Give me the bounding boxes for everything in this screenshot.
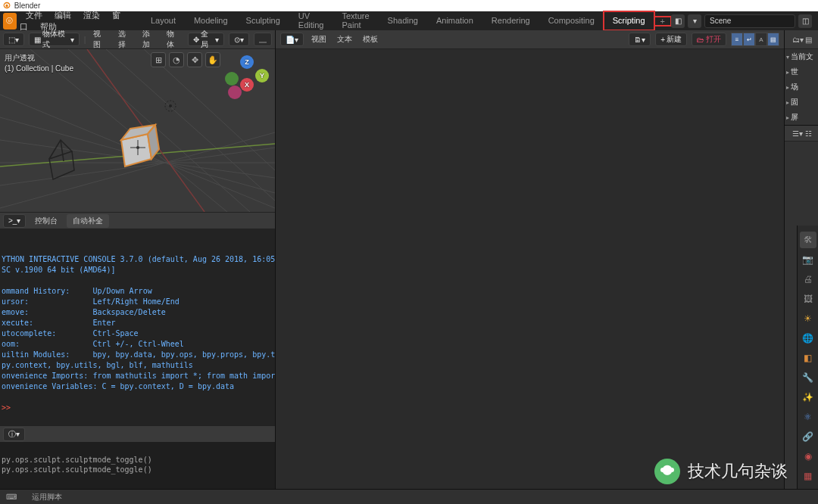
workspace-tab-sculpting[interactable]: Sculpting: [237, 11, 289, 30]
prop-tab-modifier[interactable]: 🔧: [800, 369, 816, 386]
gizmo-axis-neg[interactable]: [225, 72, 239, 86]
toggle-syntax-icon[interactable]: A: [755, 33, 767, 46]
viewport-menu-object[interactable]: 物体: [164, 30, 183, 50]
text-editor-body[interactable]: [276, 49, 784, 504]
workspace-tab-animation[interactable]: Animation: [427, 11, 482, 30]
python-console[interactable]: YTHON INTERACTIVE CONSOLE 3.7.0 (default…: [0, 229, 275, 425]
toggle-wordwrap-icon[interactable]: ↵: [743, 33, 755, 46]
prop-tab-texture[interactable]: ▦: [800, 468, 816, 484]
outliner-type-icon[interactable]: 🗂▾: [792, 36, 804, 44]
scene-layers-icon[interactable]: ◧: [671, 14, 685, 28]
menu-帮助[interactable]: 帮助: [34, 22, 63, 31]
prop-tab-viewlayer[interactable]: 🖼: [800, 291, 816, 307]
workspace-tab-modeling[interactable]: Modeling: [185, 11, 237, 30]
texteditor-menu-view[interactable]: 视图: [308, 34, 329, 45]
properties-header: ☰▾ ☷: [785, 125, 818, 142]
outliner-item-label: 场: [791, 82, 798, 92]
workspace-tab-layout[interactable]: Layout: [142, 11, 185, 30]
gizmo-axis-neg2[interactable]: [228, 86, 242, 99]
workspace-tab-uv-editing[interactable]: UV Editing: [289, 11, 333, 30]
prop-tab-render[interactable]: 📷: [800, 251, 816, 268]
pivot-select[interactable]: ⊙▾: [229, 33, 249, 46]
scene-browse-icon[interactable]: ◫: [798, 14, 812, 28]
orientation-label: 全局: [201, 30, 214, 50]
texteditor-menu-templates[interactable]: 模板: [360, 34, 381, 45]
toggle-linenumbers-icon[interactable]: ≡: [731, 33, 743, 46]
outliner-row-item[interactable]: ▸固: [785, 95, 818, 110]
viewport-overlay-label: 用户透视 (1) Collection | Cube: [5, 53, 73, 74]
work-area: ⬚▾ ▦ 物体模式 ▾ | 视图 选择 添加 物体 ✥ 全局 ▾ ⊙▾ ⸏: [0, 30, 818, 504]
gizmo-axis-z[interactable]: Z: [240, 55, 254, 69]
viewport-header-tools: ⊞ ◔ ✥ ✋: [151, 52, 220, 67]
toggle-margin-icon[interactable]: ▤: [767, 33, 779, 46]
new-text-button[interactable]: + 新建: [655, 33, 687, 46]
open-text-button[interactable]: 🗁 打开: [692, 33, 726, 46]
prop-tab-material[interactable]: ◉: [800, 448, 816, 465]
properties-tabs: 🛠 📷 🖨 🖼 ☀ 🌐 ◧ 🔧 ✨ ⚛ 🔗 ◉ ▦: [797, 226, 818, 496]
outliner-header: 🗂▾ ▤: [785, 30, 818, 49]
menu-编辑[interactable]: 编辑: [48, 11, 77, 20]
text-datablock-icon[interactable]: 🗎▾: [629, 33, 651, 46]
prop-tab-output[interactable]: 🖨: [800, 271, 816, 288]
menu-文件[interactable]: 文件: [20, 11, 48, 20]
properties-pin-icon[interactable]: ☷: [805, 129, 812, 138]
status-keymap-icon: ⌨: [6, 493, 17, 501]
orientation-select[interactable]: ✥ 全局 ▾: [188, 33, 224, 46]
console-autocomplete-button[interactable]: 自动补全: [67, 214, 109, 228]
gizmo-axis-y[interactable]: Y: [255, 69, 269, 82]
workspace-tab-compositing[interactable]: Compositing: [539, 11, 604, 30]
texteditor-menu-text[interactable]: 文本: [334, 34, 355, 45]
outliner-root-label: 当前文: [791, 51, 813, 62]
menu-渲染[interactable]: 渲染: [77, 11, 106, 20]
prop-tab-particles[interactable]: ✨: [800, 389, 816, 406]
prop-tab-tool[interactable]: 🛠: [800, 232, 816, 248]
console-menu-console[interactable]: 控制台: [32, 216, 61, 226]
gizmo-axis-x[interactable]: X: [240, 78, 254, 92]
move-view-icon[interactable]: ✥: [187, 52, 202, 67]
3d-viewport[interactable]: ⬚▾ ▦ 物体模式 ▾ | 视图 选择 添加 物体 ✥ 全局 ▾ ⊙▾ ⸏: [0, 30, 275, 212]
workspace-tabs: LayoutModelingSculptingUV EditingTexture…: [142, 11, 654, 30]
info-editor-type-icon[interactable]: ⓘ▾: [3, 428, 25, 441]
mode-select[interactable]: ▦ 物体模式 ▾: [29, 33, 80, 46]
viewport-view-name: 用户透视: [5, 53, 73, 64]
hand-pan-icon[interactable]: ✋: [205, 52, 220, 67]
console-editor-type-icon[interactable]: >_▾: [3, 214, 26, 228]
prop-tab-object[interactable]: ◧: [800, 350, 816, 366]
viewport-canvas[interactable]: 用户透视 (1) Collection | Cube ⊞ ◔ ✥ ✋ Z Y X: [0, 49, 275, 212]
outliner-row-item[interactable]: ▸场: [785, 79, 818, 95]
workspace-tab-rendering[interactable]: Rendering: [482, 11, 539, 30]
viewport-menu-select[interactable]: 选择: [115, 30, 135, 50]
info-log[interactable]: py.ops.sculpt.sculptmode_toggle() py.ops…: [0, 442, 275, 489]
viewport-menu-add[interactable]: 添加: [139, 30, 159, 50]
workspace-tab-shading[interactable]: Shading: [379, 11, 427, 30]
outliner-filter-icon[interactable]: ▤: [805, 36, 812, 44]
navigation-gizmo[interactable]: Z Y X: [225, 55, 269, 99]
texteditor-type-icon[interactable]: 📄▾: [280, 33, 304, 46]
editor-type-icon[interactable]: ⬚▾: [3, 33, 24, 46]
workspace-tab-texture-paint[interactable]: Texture Paint: [333, 11, 378, 30]
outliner-row-root[interactable]: ▾当前文: [785, 49, 818, 64]
properties-type-icon[interactable]: ☰▾: [792, 129, 803, 138]
status-bar: ⌨ 运用脚本: [0, 489, 818, 504]
scene-name-field[interactable]: Scene: [704, 14, 795, 28]
prop-tab-constraints[interactable]: 🔗: [800, 428, 816, 445]
left-column: ⬚▾ ▦ 物体模式 ▾ | 视图 选择 添加 物体 ✥ 全局 ▾ ⊙▾ ⸏: [0, 30, 275, 504]
workspace-tab-scripting[interactable]: Scripting: [604, 11, 654, 30]
snap-toggle[interactable]: ⸏: [254, 33, 272, 46]
outliner-row-item[interactable]: ▸屏: [785, 110, 818, 125]
blender-icon[interactable]: ⦾: [3, 13, 17, 30]
outliner-row-item[interactable]: ▸世: [785, 64, 818, 79]
prop-tab-scene[interactable]: ☀: [800, 310, 816, 327]
outliner-item-label: 固: [791, 97, 798, 107]
add-workspace-button[interactable]: +: [654, 17, 671, 26]
viewport-menu-view[interactable]: 视图: [90, 30, 110, 50]
prop-tab-physics[interactable]: ⚛: [800, 409, 816, 425]
prop-tab-world[interactable]: 🌐: [800, 330, 816, 347]
overlays-toggle-icon[interactable]: ⊞: [151, 52, 166, 67]
scene-selector: ◧ ▾ Scene ◫: [671, 14, 812, 28]
xray-toggle-icon[interactable]: ◔: [169, 52, 184, 67]
scene-dropdown-icon[interactable]: ▾: [688, 14, 701, 28]
svg-point-19: [169, 104, 172, 107]
outliner-body[interactable]: ▾当前文 ▸世 ▸场 ▸固 ▸屏: [785, 49, 818, 125]
outliner-item-label: 屏: [791, 112, 798, 123]
